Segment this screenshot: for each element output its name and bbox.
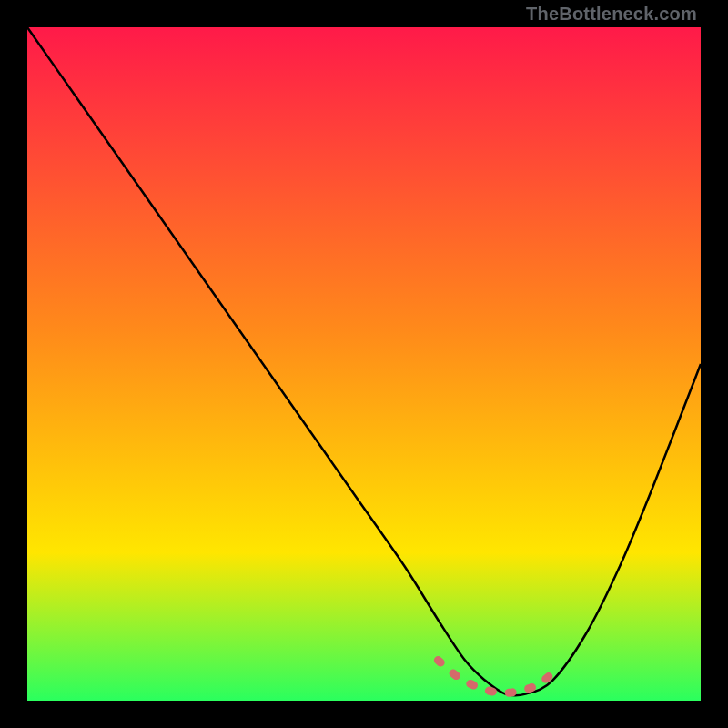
chart-svg xyxy=(27,27,701,701)
watermark-text: TheBottleneck.com xyxy=(526,4,697,25)
chart-area xyxy=(27,27,701,701)
chart-background xyxy=(27,27,701,701)
